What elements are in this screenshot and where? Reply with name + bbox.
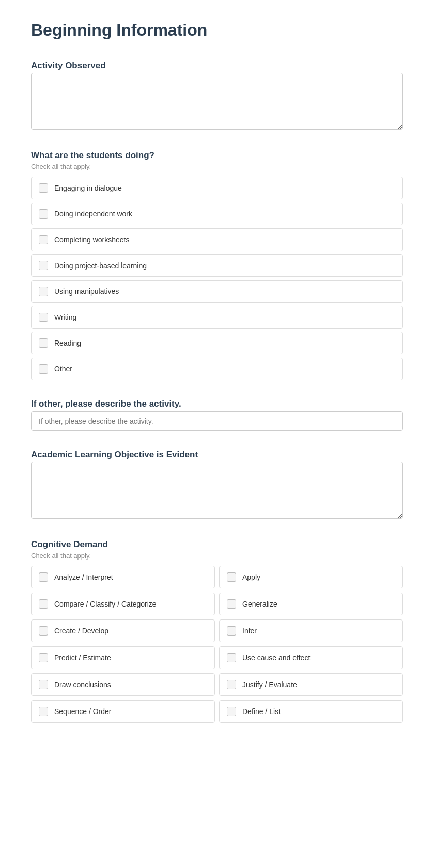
checkbox-label: Define / List <box>242 707 281 716</box>
activity-observed-section: Activity Observed <box>31 60 403 132</box>
checkbox-box <box>227 599 236 609</box>
checkbox-label: Engaging in dialogue <box>54 184 122 192</box>
checkbox-label: Generalize <box>242 600 277 608</box>
academic-objective-section: Academic Learning Objective is Evident <box>31 450 403 521</box>
checkbox-label: Justify / Evaluate <box>242 680 297 689</box>
cognitive-option-right-3[interactable]: Use cause and effect <box>219 646 403 669</box>
checkbox-label: Draw conclusions <box>54 680 111 689</box>
checkbox-label: Predict / Estimate <box>54 654 111 662</box>
checkbox-box <box>39 209 48 219</box>
cognitive-option-left-0[interactable]: Analyze / Interpret <box>31 566 215 588</box>
checkbox-box <box>39 680 48 689</box>
checkbox-box <box>39 313 48 322</box>
checkbox-box <box>39 338 48 348</box>
cognitive-demand-section: Cognitive Demand Check all that apply. A… <box>31 539 403 723</box>
checkbox-box <box>39 599 48 609</box>
checkbox-box <box>39 364 48 374</box>
cognitive-option-left-4[interactable]: Draw conclusions <box>31 673 215 696</box>
checkbox-box <box>227 680 236 689</box>
checkbox-box <box>39 261 48 270</box>
cognitive-demand-label: Cognitive Demand <box>31 539 403 550</box>
checkbox-label: Other <box>54 365 72 373</box>
checkbox-label: Doing project-based learning <box>54 261 147 270</box>
checkbox-box <box>227 626 236 636</box>
student-option-1[interactable]: Doing independent work <box>31 203 403 225</box>
student-option-4[interactable]: Using manipulatives <box>31 280 403 303</box>
checkbox-label: Reading <box>54 339 81 347</box>
checkbox-label: Infer <box>242 627 257 635</box>
cognitive-option-left-2[interactable]: Create / Develop <box>31 619 215 642</box>
checkbox-box <box>39 235 48 244</box>
cognitive-option-right-4[interactable]: Justify / Evaluate <box>219 673 403 696</box>
student-option-6[interactable]: Reading <box>31 332 403 354</box>
checkbox-label: Analyze / Interpret <box>54 573 113 581</box>
student-option-7[interactable]: Other <box>31 358 403 380</box>
student-option-0[interactable]: Engaging in dialogue <box>31 177 403 199</box>
checkbox-box <box>39 183 48 193</box>
checkbox-label: Compare / Classify / Categorize <box>54 600 157 608</box>
student-option-2[interactable]: Completing worksheets <box>31 228 403 251</box>
cognitive-option-right-1[interactable]: Generalize <box>219 593 403 615</box>
cognitive-option-left-5[interactable]: Sequence / Order <box>31 700 215 723</box>
cognitive-demand-sublabel: Check all that apply. <box>31 552 403 560</box>
checkbox-label: Sequence / Order <box>54 707 112 716</box>
cognitive-option-left-1[interactable]: Compare / Classify / Categorize <box>31 593 215 615</box>
checkbox-label: Completing worksheets <box>54 236 130 244</box>
students-options-list: Engaging in dialogue Doing independent w… <box>31 177 403 380</box>
checkbox-box <box>227 572 236 582</box>
students-doing-label: What are the students doing? <box>31 150 403 161</box>
checkbox-label: Using manipulatives <box>54 287 119 296</box>
checkbox-box <box>39 653 48 662</box>
academic-objective-textarea[interactable] <box>31 462 403 519</box>
activity-observed-textarea[interactable] <box>31 73 403 130</box>
cognitive-option-right-2[interactable]: Infer <box>219 619 403 642</box>
cognitive-option-right-0[interactable]: Apply <box>219 566 403 588</box>
students-doing-section: What are the students doing? Check all t… <box>31 150 403 380</box>
checkbox-box <box>39 572 48 582</box>
page-title: Beginning Information <box>31 21 403 40</box>
checkbox-label: Apply <box>242 573 260 581</box>
checkbox-label: Create / Develop <box>54 627 109 635</box>
checkbox-box <box>227 707 236 716</box>
checkbox-label: Doing independent work <box>54 210 132 218</box>
academic-objective-label: Academic Learning Objective is Evident <box>31 450 403 460</box>
student-option-5[interactable]: Writing <box>31 306 403 329</box>
student-option-3[interactable]: Doing project-based learning <box>31 254 403 277</box>
cognitive-option-right-5[interactable]: Define / List <box>219 700 403 723</box>
students-doing-sublabel: Check all that apply. <box>31 163 403 171</box>
if-other-input[interactable] <box>31 411 403 431</box>
checkbox-box <box>39 626 48 636</box>
if-other-section: If other, please describe the activity. <box>31 399 403 431</box>
activity-observed-label: Activity Observed <box>31 60 403 71</box>
checkbox-box <box>39 707 48 716</box>
cognitive-options-grid: Analyze / Interpret Apply Compare / Clas… <box>31 566 403 723</box>
cognitive-option-left-3[interactable]: Predict / Estimate <box>31 646 215 669</box>
checkbox-box <box>227 653 236 662</box>
if-other-label: If other, please describe the activity. <box>31 399 403 409</box>
checkbox-label: Writing <box>54 313 76 321</box>
checkbox-label: Use cause and effect <box>242 654 310 662</box>
checkbox-box <box>39 287 48 296</box>
